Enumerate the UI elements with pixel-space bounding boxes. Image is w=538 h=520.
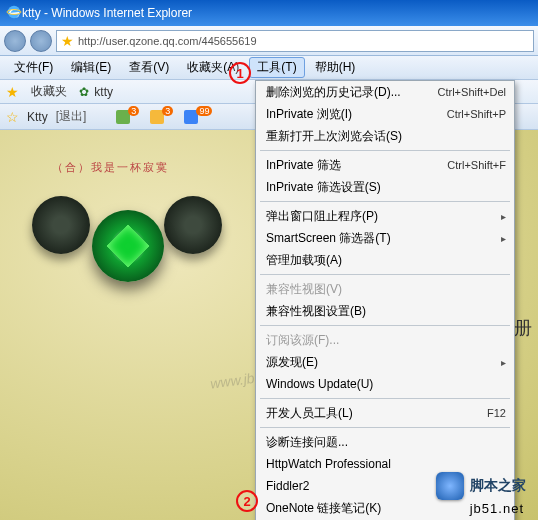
menu-manage-addons[interactable]: 管理加载项(A) xyxy=(256,249,514,271)
menu-bar: 文件(F) 编辑(E) 查看(V) 收藏夹(A) 工具(T) 帮助(H) xyxy=(0,56,538,80)
watermark-brand: 脚本之家 xyxy=(436,472,526,500)
menu-reopen-session[interactable]: 重新打开上次浏览会话(S) xyxy=(256,125,514,147)
speaker-left-icon xyxy=(32,196,90,254)
menu-compat-view-settings[interactable]: 兼容性视图设置(B) xyxy=(256,300,514,322)
menu-smartscreen[interactable]: SmartScreen 筛选器(T) xyxy=(256,227,514,249)
address-bar[interactable]: ★ http://user.qzone.qq.com/445655619 xyxy=(56,30,534,52)
menu-dev-tools[interactable]: 开发人员工具(L)F12 xyxy=(256,402,514,424)
favorite-star-icon[interactable]: ★ xyxy=(61,33,74,49)
menu-popup-blocker[interactable]: 弹出窗口阻止程序(P) xyxy=(256,205,514,227)
menu-help[interactable]: 帮助(H) xyxy=(307,57,364,78)
menu-separator xyxy=(260,274,510,275)
menu-inprivate-filter-settings[interactable]: InPrivate 筛选设置(S) xyxy=(256,176,514,198)
watermark-icon xyxy=(436,472,464,500)
qzone-icon: ✿ xyxy=(79,85,89,99)
menu-inprivate-browse[interactable]: InPrivate 浏览(I)Ctrl+Shift+P xyxy=(256,103,514,125)
address-url: http://user.qzone.qq.com/445655619 xyxy=(78,35,257,47)
menu-separator xyxy=(260,427,510,428)
speaker-right-icon xyxy=(164,196,222,254)
back-button[interactable] xyxy=(4,30,26,52)
window-titlebar: ktty - Windows Internet Explorer xyxy=(0,0,538,26)
menu-feed-discovery[interactable]: 源发现(E) xyxy=(256,351,514,373)
menu-windows-update[interactable]: Windows Update(U) xyxy=(256,373,514,395)
page-title: Ktty xyxy=(27,110,48,124)
profile-name: （合）我是一杯寂寞 xyxy=(52,160,169,175)
cropped-text: 册 xyxy=(514,316,532,340)
profile-widget: （合）我是一杯寂寞 xyxy=(32,190,222,310)
logout-link[interactable]: [退出] xyxy=(56,108,87,125)
badge-msgs[interactable]: 99 xyxy=(184,110,215,124)
menu-edit[interactable]: 编辑(E) xyxy=(63,57,119,78)
favorite-tab-ktty[interactable]: ✿ ktty xyxy=(79,85,113,99)
ie-icon xyxy=(6,4,22,23)
menu-separator xyxy=(260,201,510,202)
menu-separator xyxy=(260,398,510,399)
badge-contacts[interactable]: 3 xyxy=(116,110,142,124)
diamond-avatar-icon xyxy=(92,210,164,282)
forward-button[interactable] xyxy=(30,30,52,52)
menu-compat-view: 兼容性视图(V) xyxy=(256,278,514,300)
annotation-2: 2 xyxy=(236,490,258,512)
menu-subscribe-feed: 订阅该源(F)... xyxy=(256,329,514,351)
menu-tools[interactable]: 工具(T) xyxy=(249,57,304,78)
watermark-url: jb51.net xyxy=(470,501,524,516)
watermark-text: 脚本之家 xyxy=(470,477,526,495)
menu-separator xyxy=(260,150,510,151)
menu-diagnose[interactable]: 诊断连接问题... xyxy=(256,431,514,453)
window-title: ktty - Windows Internet Explorer xyxy=(22,6,192,20)
menu-delete-history[interactable]: 删除浏览的历史记录(D)...Ctrl+Shift+Del xyxy=(256,81,514,103)
menu-view[interactable]: 查看(V) xyxy=(121,57,177,78)
favorites-star-icon[interactable]: ★ xyxy=(6,84,19,100)
tools-menu: 删除浏览的历史记录(D)...Ctrl+Shift+Del InPrivate … xyxy=(255,80,515,520)
favorites-label[interactable]: 收藏夹 xyxy=(31,83,67,100)
nav-toolbar: ★ http://user.qzone.qq.com/445655619 xyxy=(0,26,538,56)
menu-inprivate-filter[interactable]: InPrivate 筛选Ctrl+Shift+F xyxy=(256,154,514,176)
badge-mail[interactable]: 3 xyxy=(150,110,176,124)
annotation-1: 1 xyxy=(229,62,251,84)
menu-separator xyxy=(260,325,510,326)
menu-file[interactable]: 文件(F) xyxy=(6,57,61,78)
page-star-icon: ☆ xyxy=(6,109,19,125)
